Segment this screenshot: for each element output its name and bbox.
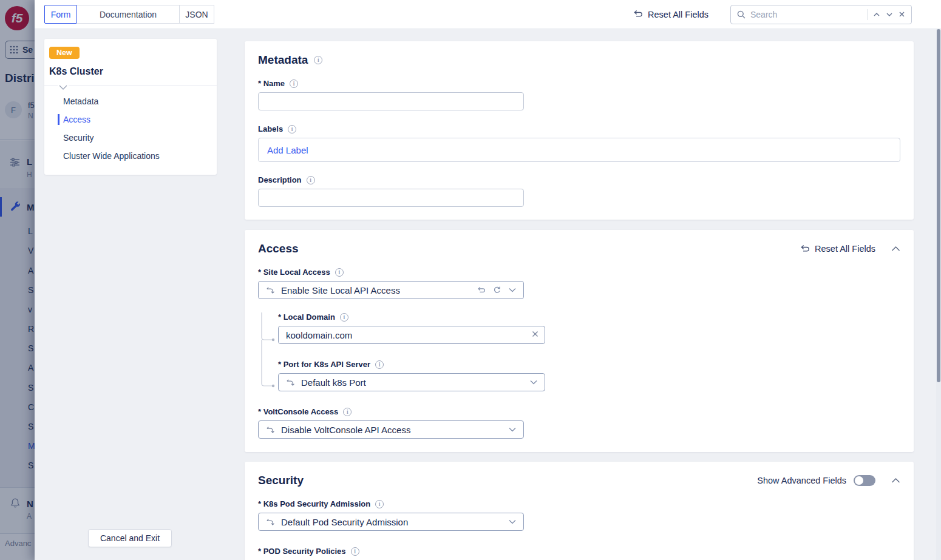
info-icon[interactable] bbox=[335, 268, 344, 277]
modal-backdrop bbox=[0, 0, 35, 560]
chevron-down-icon[interactable] bbox=[509, 427, 516, 432]
info-icon[interactable] bbox=[375, 500, 384, 508]
pod-admission-label: * K8s Pod Security Admission bbox=[258, 499, 370, 508]
object-title: K8s Cluster bbox=[49, 66, 217, 77]
search-close-button[interactable] bbox=[898, 10, 906, 18]
site-local-access-value: Enable Site Local API Access bbox=[281, 285, 470, 295]
info-icon[interactable] bbox=[307, 176, 315, 184]
search-input[interactable] bbox=[750, 10, 863, 19]
info-icon[interactable] bbox=[351, 547, 359, 556]
search-box bbox=[730, 5, 912, 24]
collapse-section-icon[interactable] bbox=[891, 477, 900, 484]
access-reset-fields-button[interactable]: Reset All Fields bbox=[800, 244, 875, 254]
info-icon[interactable] bbox=[343, 408, 352, 416]
info-icon[interactable] bbox=[290, 79, 298, 88]
k8s-port-label: * Port for K8s API Server bbox=[278, 360, 370, 369]
tab-json[interactable]: JSON bbox=[179, 5, 214, 24]
metadata-section-title: Metadata bbox=[258, 53, 308, 67]
local-domain-label: * Local Domain bbox=[278, 312, 335, 322]
info-icon[interactable] bbox=[314, 56, 322, 64]
field-refresh-icon[interactable] bbox=[493, 286, 501, 294]
show-advanced-fields-label: Show Advanced Fields bbox=[757, 476, 846, 485]
oneof-branch-icon bbox=[266, 286, 275, 295]
name-field[interactable] bbox=[258, 92, 524, 110]
security-section-title: Security bbox=[258, 474, 304, 487]
oneof-branch-icon bbox=[266, 425, 275, 434]
panel-nav-metadata[interactable]: Metadata bbox=[44, 92, 217, 110]
scrollbar-thumb[interactable] bbox=[937, 29, 940, 382]
panel-nav-cluster-wide-applications[interactable]: Cluster Wide Applications bbox=[44, 147, 217, 165]
status-badge-new: New bbox=[49, 47, 80, 59]
search-next-button[interactable] bbox=[885, 10, 894, 19]
access-section-title: Access bbox=[258, 242, 299, 255]
search-prev-button[interactable] bbox=[872, 10, 881, 19]
pod-admission-value: Default Pod Security Admission bbox=[281, 517, 503, 527]
chevron-down-icon[interactable] bbox=[509, 519, 516, 524]
k8s-port-value: Default k8s Port bbox=[301, 377, 524, 388]
name-label: * Name bbox=[258, 79, 285, 88]
reset-all-fields-button[interactable]: Reset All Fields bbox=[633, 10, 708, 19]
pod-admission-select[interactable]: Default Pod Security Admission bbox=[258, 513, 524, 531]
oneof-branch-icon bbox=[286, 378, 295, 387]
info-icon[interactable] bbox=[375, 360, 384, 369]
info-icon[interactable] bbox=[340, 313, 348, 322]
voltconsole-access-label: * VoltConsole Access bbox=[258, 407, 338, 416]
voltconsole-access-value: Disable VoltConsole API Access bbox=[281, 425, 503, 435]
view-tabs: Form Documentation JSON bbox=[44, 5, 214, 24]
description-label: Description bbox=[258, 175, 302, 184]
k8s-cluster-modal: Form Documentation JSON Reset All Fields bbox=[35, 0, 941, 560]
pod-policies-label: * POD Security Policies bbox=[258, 547, 346, 556]
metadata-section: Metadata * Name Labels Add Label Descrip… bbox=[245, 41, 914, 220]
cancel-and-exit-button[interactable]: Cancel and Exit bbox=[88, 529, 172, 547]
toggle-knob bbox=[855, 476, 863, 485]
nested-field-connector bbox=[258, 312, 278, 391]
labels-label: Labels bbox=[258, 124, 283, 133]
modal-scrollbar[interactable] bbox=[936, 29, 941, 560]
add-label-button[interactable]: Add Label bbox=[267, 145, 308, 155]
chevron-down-icon[interactable] bbox=[509, 288, 516, 292]
info-icon[interactable] bbox=[288, 125, 296, 133]
modal-header: Form Documentation JSON Reset All Fields bbox=[35, 0, 941, 29]
search-divider bbox=[868, 9, 868, 20]
field-undo-icon[interactable] bbox=[477, 286, 486, 294]
clear-field-icon[interactable] bbox=[531, 330, 539, 338]
security-section: Security Show Advanced Fields * K8s Pod … bbox=[245, 462, 914, 560]
access-section: Access Reset All Fields * Site Local Acc… bbox=[245, 230, 914, 452]
tab-form[interactable]: Form bbox=[44, 5, 77, 24]
collapse-notch-icon[interactable] bbox=[58, 85, 69, 90]
access-reset-fields-label: Reset All Fields bbox=[815, 244, 875, 254]
reset-all-fields-label: Reset All Fields bbox=[648, 10, 708, 19]
voltconsole-access-select[interactable]: Disable VoltConsole API Access bbox=[258, 420, 524, 439]
undo-icon bbox=[633, 10, 643, 19]
panel-nav-security[interactable]: Security bbox=[44, 129, 217, 147]
chevron-down-icon[interactable] bbox=[530, 380, 537, 385]
tab-documentation[interactable]: Documentation bbox=[76, 5, 180, 24]
oneof-branch-icon bbox=[266, 518, 275, 527]
labels-container: Add Label bbox=[258, 138, 900, 162]
description-field[interactable] bbox=[258, 189, 524, 207]
local-domain-field[interactable] bbox=[278, 326, 545, 344]
k8s-port-select[interactable]: Default k8s Port bbox=[278, 373, 545, 391]
collapse-section-icon[interactable] bbox=[891, 246, 900, 252]
site-local-access-label: * Site Local Access bbox=[258, 268, 330, 277]
site-local-access-select[interactable]: Enable Site Local API Access bbox=[258, 281, 524, 299]
panel-divider bbox=[44, 86, 217, 86]
object-nav-panel: New K8s Cluster Metadata Access Security… bbox=[44, 39, 217, 175]
undo-icon bbox=[800, 245, 810, 254]
search-icon bbox=[736, 10, 746, 19]
panel-nav-access[interactable]: Access bbox=[44, 110, 217, 129]
show-advanced-fields-toggle[interactable] bbox=[854, 475, 875, 486]
